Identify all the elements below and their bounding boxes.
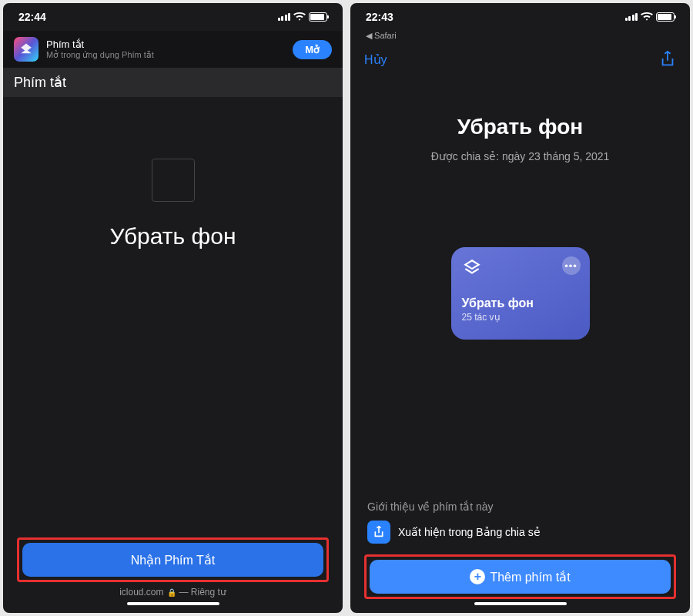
cellular-icon (625, 13, 638, 21)
layers-icon (462, 258, 482, 278)
status-icons (278, 12, 328, 22)
intro-label: Giới thiệu về phím tắt này (367, 500, 673, 513)
share-sheet-icon (367, 521, 390, 544)
url-domain: icloud.com (119, 587, 163, 598)
shortcut-title: Убрать фон (110, 223, 236, 249)
cancel-button[interactable]: Hủy (364, 52, 387, 67)
main-content: Убрать фон (3, 97, 343, 537)
status-bar: 22:43 (350, 3, 690, 31)
shortcuts-app-icon (14, 37, 38, 62)
phone-right: 22:43 ◀ Safari Hủy Убрать фон Được chia … (350, 3, 690, 613)
app-info: Phím tắt Mở trong ứng dụng Phím tắt (46, 38, 285, 60)
home-indicator[interactable] (474, 602, 567, 605)
shortcut-card[interactable]: ••• Убрать фон 25 tác vụ (451, 247, 590, 340)
plus-icon: + (470, 569, 485, 584)
open-button[interactable]: Mở (293, 40, 332, 59)
status-time: 22:44 (18, 11, 46, 23)
card-action-count: 25 tác vụ (462, 312, 579, 323)
phone-left: 22:44 Phím tắt Mở trong ứng dụng Phím tắ… (3, 3, 343, 613)
highlight-box: + Thêm phím tắt (364, 554, 676, 599)
bottom-area: + Thêm phím tắt (350, 554, 690, 613)
intro-item-share-sheet: Xuất hiện trong Bảng chia sẻ (367, 521, 673, 544)
safari-back-link[interactable]: ◀ Safari (350, 31, 690, 42)
url-private: — Riêng tư (179, 587, 226, 598)
main-content: Убрать фон Được chia sẻ: ngày 23 tháng 5… (350, 69, 690, 554)
share-icon[interactable] (659, 50, 676, 69)
add-shortcut-button[interactable]: + Thêm phím tắt (370, 560, 671, 594)
shortcut-thumbnail-placeholder (152, 159, 195, 202)
button-label: Nhận Phím Tắt (131, 553, 216, 567)
url-bar[interactable]: icloud.com 🔒 — Riêng tư (17, 582, 329, 599)
app-name: Phím tắt (46, 38, 285, 50)
sheet-header: Hủy (350, 42, 690, 69)
home-indicator[interactable] (127, 602, 219, 605)
bottom-area: Nhận Phím Tắt icloud.com 🔒 — Riêng tư (3, 537, 343, 613)
nav-bar: Phím tắt (3, 68, 343, 97)
battery-icon (309, 12, 327, 22)
shared-date: Được chia sẻ: ngày 23 tháng 5, 2021 (431, 150, 610, 162)
more-icon[interactable]: ••• (562, 256, 581, 275)
nav-title: Phím tắt (14, 74, 332, 91)
status-bar: 22:44 (3, 3, 343, 31)
highlight-box: Nhận Phím Tắt (17, 537, 329, 582)
app-subtitle: Mở trong ứng dụng Phím tắt (46, 50, 285, 60)
wifi-icon (293, 12, 306, 22)
battery-icon (656, 12, 675, 22)
shortcut-title: Убрать фон (457, 115, 584, 139)
status-time: 22:43 (366, 11, 393, 23)
wifi-icon (641, 12, 653, 22)
intro-section: Giới thiệu về phím tắt này Xuất hiện tro… (350, 500, 690, 544)
button-label: Thêm phím tắt (490, 570, 570, 584)
lock-icon: 🔒 (167, 588, 176, 597)
card-title: Убрать фон (462, 296, 579, 310)
get-shortcut-button[interactable]: Nhận Phím Tắt (22, 543, 323, 577)
cellular-icon (278, 13, 291, 21)
intro-item-label: Xuất hiện trong Bảng chia sẻ (398, 526, 541, 538)
app-banner: Phím tắt Mở trong ứng dụng Phím tắt Mở (3, 31, 343, 68)
status-icons (625, 12, 675, 22)
